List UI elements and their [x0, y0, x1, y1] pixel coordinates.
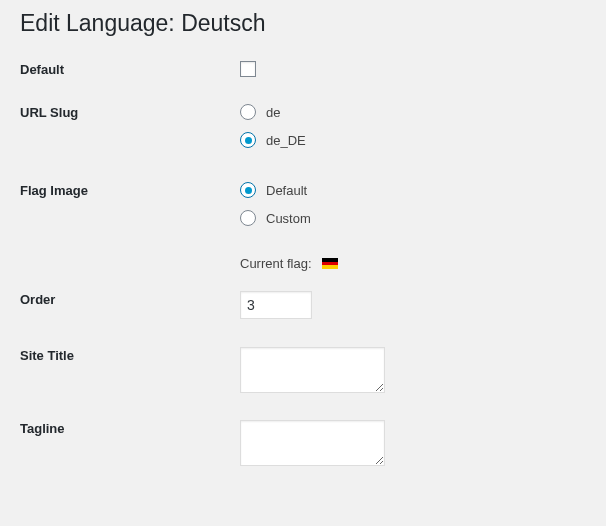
flag-image-row: Flag Image Default Custom Current flag:: [20, 182, 586, 271]
site-title-label: Site Title: [20, 347, 240, 363]
flag-image-option-custom[interactable]: Custom: [240, 210, 586, 226]
current-flag-label: Current flag:: [240, 256, 312, 271]
flag-image-option-default[interactable]: Default: [240, 182, 586, 198]
url-slug-option-de-label: de: [266, 105, 280, 120]
default-row: Default: [20, 61, 586, 80]
url-slug-option-dede-label: de_DE: [266, 133, 306, 148]
flag-image-label: Flag Image: [20, 182, 240, 198]
page-title: Edit Language: Deutsch: [20, 10, 586, 37]
url-slug-option-de[interactable]: de: [240, 104, 586, 120]
radio-icon: [240, 104, 256, 120]
default-checkbox[interactable]: [240, 61, 256, 77]
site-title-row: Site Title: [20, 347, 586, 396]
order-input[interactable]: [240, 291, 312, 319]
url-slug-option-dede[interactable]: de_DE: [240, 132, 586, 148]
tagline-row: Tagline: [20, 420, 586, 469]
tagline-label: Tagline: [20, 420, 240, 436]
order-row: Order: [20, 291, 586, 319]
order-label: Order: [20, 291, 240, 307]
url-slug-row: URL Slug de de_DE: [20, 104, 586, 148]
flag-image-option-default-label: Default: [266, 183, 307, 198]
url-slug-label: URL Slug: [20, 104, 240, 120]
radio-icon: [240, 182, 256, 198]
tagline-input[interactable]: [240, 420, 385, 466]
site-title-input[interactable]: [240, 347, 385, 393]
flag-image-option-custom-label: Custom: [266, 211, 311, 226]
radio-icon: [240, 132, 256, 148]
current-flag-row: Current flag:: [240, 256, 586, 271]
germany-flag-icon: [322, 258, 338, 269]
radio-icon: [240, 210, 256, 226]
default-label: Default: [20, 61, 240, 77]
